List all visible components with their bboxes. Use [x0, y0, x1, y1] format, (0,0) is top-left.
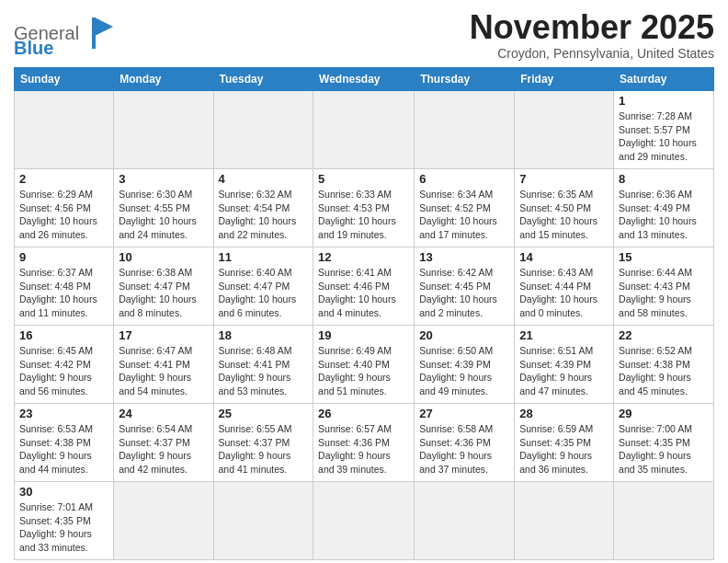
- svg-marker-2: [95, 17, 113, 36]
- logo-text: General Blue: [14, 14, 115, 62]
- day-number: 6: [419, 172, 509, 186]
- day-info: Sunrise: 6:51 AM Sunset: 4:39 PM Dayligh…: [519, 344, 609, 398]
- calendar-cell: [213, 482, 313, 560]
- day-info: Sunrise: 6:37 AM Sunset: 4:48 PM Dayligh…: [19, 266, 108, 320]
- day-info: Sunrise: 6:47 AM Sunset: 4:41 PM Dayligh…: [119, 344, 208, 398]
- day-number: 4: [219, 172, 309, 186]
- day-info: Sunrise: 7:28 AM Sunset: 5:57 PM Dayligh…: [619, 109, 709, 164]
- calendar-cell: 22Sunrise: 6:52 AM Sunset: 4:38 PM Dayli…: [614, 326, 714, 404]
- calendar-cell: 29Sunrise: 7:00 AM Sunset: 4:35 PM Dayli…: [614, 404, 714, 482]
- day-number: 15: [619, 250, 709, 264]
- calendar-cell: 25Sunrise: 6:55 AM Sunset: 4:37 PM Dayli…: [213, 404, 313, 482]
- day-number: 11: [219, 250, 309, 264]
- calendar-cell: [415, 482, 515, 560]
- day-number: 1: [619, 94, 709, 108]
- calendar-cell: [114, 91, 213, 169]
- day-info: Sunrise: 6:33 AM Sunset: 4:53 PM Dayligh…: [318, 188, 409, 242]
- day-info: Sunrise: 6:36 AM Sunset: 4:49 PM Dayligh…: [619, 188, 709, 242]
- calendar-cell: 4Sunrise: 6:32 AM Sunset: 4:54 PM Daylig…: [213, 169, 313, 247]
- calendar-week-row: 1Sunrise: 7:28 AM Sunset: 5:57 PM Daylig…: [15, 91, 714, 169]
- calendar-week-row: 2Sunrise: 6:29 AM Sunset: 4:56 PM Daylig…: [15, 169, 714, 247]
- day-number: 5: [318, 172, 409, 186]
- calendar-cell: 2Sunrise: 6:29 AM Sunset: 4:56 PM Daylig…: [15, 169, 114, 247]
- day-info: Sunrise: 6:35 AM Sunset: 4:50 PM Dayligh…: [519, 188, 609, 242]
- calendar: Sunday Monday Tuesday Wednesday Thursday…: [14, 67, 714, 560]
- month-title: November 2025: [470, 9, 714, 46]
- calendar-cell: 15Sunrise: 6:44 AM Sunset: 4:43 PM Dayli…: [614, 247, 714, 326]
- col-monday: Monday: [114, 68, 213, 91]
- day-info: Sunrise: 6:52 AM Sunset: 4:38 PM Dayligh…: [619, 344, 709, 398]
- calendar-cell: 11Sunrise: 6:40 AM Sunset: 4:47 PM Dayli…: [213, 247, 313, 326]
- calendar-cell: 3Sunrise: 6:30 AM Sunset: 4:55 PM Daylig…: [114, 169, 213, 247]
- calendar-cell: 17Sunrise: 6:47 AM Sunset: 4:41 PM Dayli…: [114, 326, 213, 404]
- calendar-cell: 23Sunrise: 6:53 AM Sunset: 4:38 PM Dayli…: [15, 404, 114, 482]
- day-number: 22: [619, 328, 709, 342]
- day-info: Sunrise: 6:53 AM Sunset: 4:38 PM Dayligh…: [19, 422, 108, 477]
- calendar-week-row: 30Sunrise: 7:01 AM Sunset: 4:35 PM Dayli…: [15, 482, 714, 560]
- day-info: Sunrise: 7:00 AM Sunset: 4:35 PM Dayligh…: [619, 422, 709, 477]
- day-number: 19: [318, 328, 409, 342]
- calendar-cell: 9Sunrise: 6:37 AM Sunset: 4:48 PM Daylig…: [15, 247, 114, 326]
- day-info: Sunrise: 6:41 AM Sunset: 4:46 PM Dayligh…: [318, 266, 409, 320]
- calendar-cell: 20Sunrise: 6:50 AM Sunset: 4:39 PM Dayli…: [415, 326, 515, 404]
- day-info: Sunrise: 6:54 AM Sunset: 4:37 PM Dayligh…: [119, 422, 208, 477]
- calendar-cell: 21Sunrise: 6:51 AM Sunset: 4:39 PM Dayli…: [515, 326, 614, 404]
- calendar-cell: 19Sunrise: 6:49 AM Sunset: 4:40 PM Dayli…: [313, 326, 415, 404]
- calendar-cell: 12Sunrise: 6:41 AM Sunset: 4:46 PM Dayli…: [313, 247, 415, 326]
- calendar-cell: 8Sunrise: 6:36 AM Sunset: 4:49 PM Daylig…: [614, 169, 714, 247]
- calendar-cell: 13Sunrise: 6:42 AM Sunset: 4:45 PM Dayli…: [415, 247, 515, 326]
- svg-rect-3: [92, 17, 96, 49]
- calendar-cell: 27Sunrise: 6:58 AM Sunset: 4:36 PM Dayli…: [415, 404, 515, 482]
- calendar-week-row: 9Sunrise: 6:37 AM Sunset: 4:48 PM Daylig…: [15, 247, 714, 326]
- location: Croydon, Pennsylvania, United States: [470, 46, 714, 61]
- day-number: 21: [519, 328, 609, 342]
- day-info: Sunrise: 6:49 AM Sunset: 4:40 PM Dayligh…: [318, 344, 409, 398]
- day-number: 20: [419, 328, 509, 342]
- day-info: Sunrise: 6:30 AM Sunset: 4:55 PM Dayligh…: [119, 188, 208, 242]
- day-info: Sunrise: 6:45 AM Sunset: 4:42 PM Dayligh…: [19, 344, 108, 398]
- calendar-cell: 24Sunrise: 6:54 AM Sunset: 4:37 PM Dayli…: [114, 404, 213, 482]
- logo: General Blue: [14, 14, 115, 62]
- day-number: 8: [619, 172, 709, 186]
- calendar-cell: [313, 482, 415, 560]
- col-thursday: Thursday: [415, 68, 515, 91]
- day-number: 23: [19, 407, 108, 420]
- calendar-cell: 1Sunrise: 7:28 AM Sunset: 5:57 PM Daylig…: [614, 91, 714, 169]
- day-info: Sunrise: 7:01 AM Sunset: 4:35 PM Dayligh…: [19, 500, 108, 555]
- day-info: Sunrise: 6:38 AM Sunset: 4:47 PM Dayligh…: [119, 266, 208, 320]
- col-sunday: Sunday: [15, 68, 114, 91]
- day-info: Sunrise: 6:59 AM Sunset: 4:35 PM Dayligh…: [519, 422, 609, 477]
- day-number: 18: [219, 328, 309, 342]
- day-number: 17: [119, 328, 208, 342]
- calendar-cell: 28Sunrise: 6:59 AM Sunset: 4:35 PM Dayli…: [515, 404, 614, 482]
- page: General Blue November 2025 Croydon, Penn…: [0, 0, 728, 563]
- calendar-cell: [313, 91, 415, 169]
- day-number: 16: [19, 328, 108, 342]
- calendar-cell: 18Sunrise: 6:48 AM Sunset: 4:41 PM Dayli…: [213, 326, 313, 404]
- day-number: 25: [219, 407, 309, 420]
- title-area: November 2025 Croydon, Pennsylvania, Uni…: [470, 9, 714, 61]
- day-info: Sunrise: 6:43 AM Sunset: 4:44 PM Dayligh…: [519, 266, 609, 320]
- calendar-cell: 6Sunrise: 6:34 AM Sunset: 4:52 PM Daylig…: [415, 169, 515, 247]
- day-info: Sunrise: 6:55 AM Sunset: 4:37 PM Dayligh…: [219, 422, 309, 477]
- day-number: 10: [119, 250, 208, 264]
- calendar-cell: 5Sunrise: 6:33 AM Sunset: 4:53 PM Daylig…: [313, 169, 415, 247]
- calendar-header-row: Sunday Monday Tuesday Wednesday Thursday…: [15, 68, 714, 91]
- day-number: 12: [318, 250, 409, 264]
- calendar-cell: 16Sunrise: 6:45 AM Sunset: 4:42 PM Dayli…: [15, 326, 114, 404]
- day-number: 30: [19, 485, 108, 499]
- day-info: Sunrise: 6:44 AM Sunset: 4:43 PM Dayligh…: [619, 266, 709, 320]
- calendar-cell: 26Sunrise: 6:57 AM Sunset: 4:36 PM Dayli…: [313, 404, 415, 482]
- day-info: Sunrise: 6:48 AM Sunset: 4:41 PM Dayligh…: [219, 344, 309, 398]
- calendar-cell: 14Sunrise: 6:43 AM Sunset: 4:44 PM Dayli…: [515, 247, 614, 326]
- day-info: Sunrise: 6:32 AM Sunset: 4:54 PM Dayligh…: [219, 188, 309, 242]
- col-friday: Friday: [515, 68, 614, 91]
- header: General Blue November 2025 Croydon, Penn…: [14, 9, 714, 62]
- day-number: 29: [619, 407, 709, 420]
- col-wednesday: Wednesday: [313, 68, 415, 91]
- calendar-cell: [515, 482, 614, 560]
- svg-text:Blue: Blue: [14, 38, 53, 58]
- calendar-cell: 7Sunrise: 6:35 AM Sunset: 4:50 PM Daylig…: [515, 169, 614, 247]
- calendar-cell: 30Sunrise: 7:01 AM Sunset: 4:35 PM Dayli…: [15, 482, 114, 560]
- day-info: Sunrise: 6:58 AM Sunset: 4:36 PM Dayligh…: [419, 422, 509, 477]
